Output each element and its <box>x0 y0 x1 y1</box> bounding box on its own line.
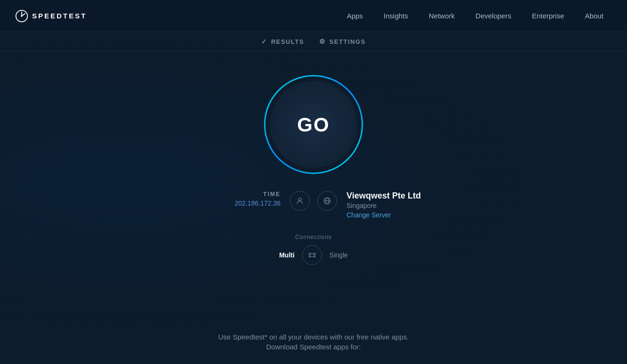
info-right: Viewqwest Pte Ltd Singapore Change Serve… <box>346 191 455 219</box>
footer-text: Use Speedtest* on all your devices with … <box>218 333 409 351</box>
nav-link-enterprise[interactable]: Enterprise <box>523 8 572 24</box>
results-icon: ✓ <box>261 38 268 45</box>
nav-links: Apps Insights Network Developers Enterpr… <box>338 8 612 24</box>
logo-text: SPEEDTEST <box>32 12 87 20</box>
logo-link[interactable]: SPEEDTEST <box>15 9 87 23</box>
settings-tab[interactable]: ⚙ SETTINGS <box>319 38 366 45</box>
settings-icon: ⚙ <box>319 38 326 45</box>
info-left: TIME 202.186.172.36 <box>172 191 280 207</box>
single-option[interactable]: Single <box>330 251 348 259</box>
results-tab[interactable]: ✓ RESULTS <box>261 38 304 45</box>
isp-name: Viewqwest Pte Ltd <box>346 191 421 201</box>
svg-point-7 <box>314 253 315 255</box>
settings-label: SETTINGS <box>330 38 366 45</box>
nav-link-insights[interactable]: Insights <box>375 8 417 24</box>
connections-section: Connections Multi Single <box>279 234 348 265</box>
go-text: GO <box>297 113 330 136</box>
go-circle-inner: GO <box>270 81 357 168</box>
nav-link-network[interactable]: Network <box>421 8 463 24</box>
ip-address: 202.186.172.36 <box>235 199 280 207</box>
connections-icon <box>308 251 316 259</box>
navbar: SPEEDTEST Apps Insights Network Develope… <box>0 0 627 32</box>
connections-toggle-icon[interactable] <box>302 245 322 265</box>
nav-link-developers[interactable]: Developers <box>467 8 520 24</box>
nav-link-about[interactable]: About <box>577 8 612 24</box>
isp-location: Singapore <box>346 202 377 209</box>
user-icon-circle <box>290 191 310 211</box>
info-center <box>280 191 346 211</box>
svg-point-6 <box>309 253 310 255</box>
time-label: TIME <box>263 191 280 198</box>
user-icon <box>296 197 304 205</box>
svg-point-2 <box>298 198 301 201</box>
globe-icon-circle <box>317 191 337 211</box>
footer-line1: Use Speedtest* on all your devices with … <box>218 333 409 341</box>
change-server-link[interactable]: Change Server <box>346 211 391 219</box>
connections-label: Connections <box>295 234 332 240</box>
results-label: RESULTS <box>271 38 304 45</box>
multi-option[interactable]: Multi <box>279 251 295 259</box>
sub-navbar: ✓ RESULTS ⚙ SETTINGS <box>0 32 627 51</box>
main-content: GO TIME 202.186.172.36 <box>0 51 627 265</box>
connections-toggle: Multi Single <box>279 245 348 265</box>
footer-use-speedtest: Use Speedtest <box>218 333 264 341</box>
info-section: TIME 202.186.172.36 Viewqwest Pte <box>172 191 455 219</box>
globe-icon <box>323 197 331 205</box>
svg-point-9 <box>314 256 315 257</box>
go-button[interactable]: GO <box>264 75 363 174</box>
svg-point-8 <box>309 256 310 257</box>
speedtest-logo-icon <box>15 9 28 23</box>
footer-line1-end: on all your devices with our free native… <box>267 333 409 341</box>
svg-point-1 <box>21 15 23 17</box>
nav-link-apps[interactable]: Apps <box>338 8 371 24</box>
footer-line2: Download Speedtest apps for: <box>218 343 409 351</box>
